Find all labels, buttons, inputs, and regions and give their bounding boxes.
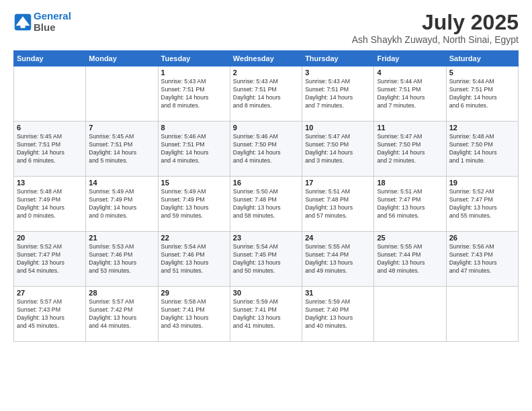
calendar-cell: 18Sunrise: 5:51 AM Sunset: 7:47 PM Dayli… [374, 177, 446, 232]
weekday-header-monday: Monday [86, 51, 158, 66]
logo: General Blue [13, 11, 71, 33]
calendar-cell: 15Sunrise: 5:49 AM Sunset: 7:49 PM Dayli… [158, 177, 230, 232]
day-number: 24 [305, 234, 371, 242]
day-number: 4 [377, 68, 443, 77]
day-info: Sunrise: 5:44 AM Sunset: 7:51 PM Dayligh… [377, 78, 443, 110]
day-number: 5 [449, 68, 515, 77]
day-number: 18 [377, 179, 443, 187]
calendar-cell: 31Sunrise: 5:59 AM Sunset: 7:40 PM Dayli… [302, 287, 374, 342]
calendar-cell: 23Sunrise: 5:54 AM Sunset: 7:45 PM Dayli… [230, 232, 302, 287]
day-info: Sunrise: 5:46 AM Sunset: 7:50 PM Dayligh… [233, 133, 299, 165]
day-number: 23 [233, 234, 299, 242]
weekday-header-saturday: Saturday [446, 51, 518, 66]
day-number: 14 [89, 179, 154, 187]
calendar-cell: 17Sunrise: 5:51 AM Sunset: 7:48 PM Dayli… [302, 177, 374, 232]
day-number: 28 [89, 289, 154, 297]
day-number: 1 [161, 68, 227, 77]
day-info: Sunrise: 5:53 AM Sunset: 7:46 PM Dayligh… [89, 243, 154, 275]
calendar-cell: 12Sunrise: 5:48 AM Sunset: 7:50 PM Dayli… [446, 122, 518, 177]
day-info: Sunrise: 5:43 AM Sunset: 7:51 PM Dayligh… [305, 78, 371, 110]
calendar-cell [14, 66, 86, 122]
day-info: Sunrise: 5:45 AM Sunset: 7:51 PM Dayligh… [89, 133, 154, 165]
day-info: Sunrise: 5:54 AM Sunset: 7:46 PM Dayligh… [161, 243, 227, 275]
day-number: 25 [377, 234, 443, 242]
day-number: 9 [233, 124, 299, 132]
week-row-2: 6Sunrise: 5:45 AM Sunset: 7:51 PM Daylig… [14, 122, 519, 177]
calendar-cell: 26Sunrise: 5:56 AM Sunset: 7:43 PM Dayli… [446, 232, 518, 287]
day-number: 27 [17, 289, 83, 297]
day-info: Sunrise: 5:57 AM Sunset: 7:42 PM Dayligh… [89, 298, 154, 330]
logo-text: General Blue [34, 11, 71, 33]
logo-icon [13, 13, 32, 32]
calendar-cell: 22Sunrise: 5:54 AM Sunset: 7:46 PM Dayli… [158, 232, 230, 287]
day-number: 30 [233, 289, 299, 297]
day-info: Sunrise: 5:43 AM Sunset: 7:51 PM Dayligh… [161, 78, 227, 110]
day-number: 17 [305, 179, 371, 187]
calendar-cell [446, 287, 518, 342]
day-info: Sunrise: 5:45 AM Sunset: 7:51 PM Dayligh… [17, 133, 83, 165]
day-number: 8 [161, 124, 227, 132]
calendar-cell: 25Sunrise: 5:55 AM Sunset: 7:44 PM Dayli… [374, 232, 446, 287]
day-info: Sunrise: 5:52 AM Sunset: 7:47 PM Dayligh… [449, 188, 515, 220]
day-info: Sunrise: 5:57 AM Sunset: 7:43 PM Dayligh… [17, 298, 83, 330]
day-number: 6 [17, 124, 83, 132]
calendar-cell: 1Sunrise: 5:43 AM Sunset: 7:51 PM Daylig… [158, 66, 230, 122]
calendar-cell [86, 66, 158, 122]
weekday-header-tuesday: Tuesday [158, 51, 230, 66]
day-info: Sunrise: 5:56 AM Sunset: 7:43 PM Dayligh… [449, 243, 515, 275]
weekday-header-friday: Friday [374, 51, 446, 66]
day-number: 7 [89, 124, 154, 132]
day-info: Sunrise: 5:59 AM Sunset: 7:40 PM Dayligh… [305, 298, 371, 330]
calendar-title: July 2025 [352, 11, 519, 34]
day-info: Sunrise: 5:43 AM Sunset: 7:51 PM Dayligh… [233, 78, 299, 110]
calendar-cell: 4Sunrise: 5:44 AM Sunset: 7:51 PM Daylig… [374, 66, 446, 122]
week-row-5: 27Sunrise: 5:57 AM Sunset: 7:43 PM Dayli… [14, 287, 519, 342]
day-number: 2 [233, 68, 299, 77]
day-info: Sunrise: 5:52 AM Sunset: 7:47 PM Dayligh… [17, 243, 83, 275]
calendar-cell: 19Sunrise: 5:52 AM Sunset: 7:47 PM Dayli… [446, 177, 518, 232]
week-row-1: 1Sunrise: 5:43 AM Sunset: 7:51 PM Daylig… [14, 66, 519, 122]
calendar-cell: 29Sunrise: 5:58 AM Sunset: 7:41 PM Dayli… [158, 287, 230, 342]
day-info: Sunrise: 5:48 AM Sunset: 7:49 PM Dayligh… [17, 188, 83, 220]
day-number: 31 [305, 289, 371, 297]
calendar-cell: 5Sunrise: 5:44 AM Sunset: 7:51 PM Daylig… [446, 66, 518, 122]
calendar-cell: 9Sunrise: 5:46 AM Sunset: 7:50 PM Daylig… [230, 122, 302, 177]
day-number: 15 [161, 179, 227, 187]
week-row-4: 20Sunrise: 5:52 AM Sunset: 7:47 PM Dayli… [14, 232, 519, 287]
day-number: 29 [161, 289, 227, 297]
day-info: Sunrise: 5:50 AM Sunset: 7:48 PM Dayligh… [233, 188, 299, 220]
calendar-cell: 10Sunrise: 5:47 AM Sunset: 7:50 PM Dayli… [302, 122, 374, 177]
calendar-cell: 8Sunrise: 5:46 AM Sunset: 7:51 PM Daylig… [158, 122, 230, 177]
calendar-cell: 27Sunrise: 5:57 AM Sunset: 7:43 PM Dayli… [14, 287, 86, 342]
day-number: 12 [449, 124, 515, 132]
day-info: Sunrise: 5:59 AM Sunset: 7:41 PM Dayligh… [233, 298, 299, 330]
svg-rect-2 [21, 23, 26, 28]
day-info: Sunrise: 5:44 AM Sunset: 7:51 PM Dayligh… [449, 78, 515, 110]
weekday-header-row: SundayMondayTuesdayWednesdayThursdayFrid… [14, 51, 519, 66]
calendar-cell: 11Sunrise: 5:47 AM Sunset: 7:50 PM Dayli… [374, 122, 446, 177]
day-number: 26 [449, 234, 515, 242]
calendar-cell: 13Sunrise: 5:48 AM Sunset: 7:49 PM Dayli… [14, 177, 86, 232]
day-number: 13 [17, 179, 83, 187]
calendar-cell: 20Sunrise: 5:52 AM Sunset: 7:47 PM Dayli… [14, 232, 86, 287]
day-info: Sunrise: 5:48 AM Sunset: 7:50 PM Dayligh… [449, 133, 515, 165]
day-info: Sunrise: 5:51 AM Sunset: 7:48 PM Dayligh… [305, 188, 371, 220]
weekday-header-wednesday: Wednesday [230, 51, 302, 66]
day-number: 19 [449, 179, 515, 187]
title-block: July 2025 Ash Shaykh Zuwayd, North Sinai… [352, 11, 519, 45]
day-number: 20 [17, 234, 83, 242]
day-info: Sunrise: 5:54 AM Sunset: 7:45 PM Dayligh… [233, 243, 299, 275]
calendar-cell: 2Sunrise: 5:43 AM Sunset: 7:51 PM Daylig… [230, 66, 302, 122]
weekday-header-sunday: Sunday [14, 51, 86, 66]
calendar-cell: 3Sunrise: 5:43 AM Sunset: 7:51 PM Daylig… [302, 66, 374, 122]
day-info: Sunrise: 5:47 AM Sunset: 7:50 PM Dayligh… [305, 133, 371, 165]
day-info: Sunrise: 5:49 AM Sunset: 7:49 PM Dayligh… [161, 188, 227, 220]
calendar-page: General Blue July 2025 Ash Shaykh Zuwayd… [0, 0, 532, 349]
calendar-subtitle: Ash Shaykh Zuwayd, North Sinai, Egypt [352, 34, 519, 45]
calendar-cell: 28Sunrise: 5:57 AM Sunset: 7:42 PM Dayli… [86, 287, 158, 342]
day-info: Sunrise: 5:55 AM Sunset: 7:44 PM Dayligh… [305, 243, 371, 275]
day-number: 10 [305, 124, 371, 132]
calendar-cell: 6Sunrise: 5:45 AM Sunset: 7:51 PM Daylig… [14, 122, 86, 177]
day-info: Sunrise: 5:51 AM Sunset: 7:47 PM Dayligh… [377, 188, 443, 220]
weekday-header-thursday: Thursday [302, 51, 374, 66]
